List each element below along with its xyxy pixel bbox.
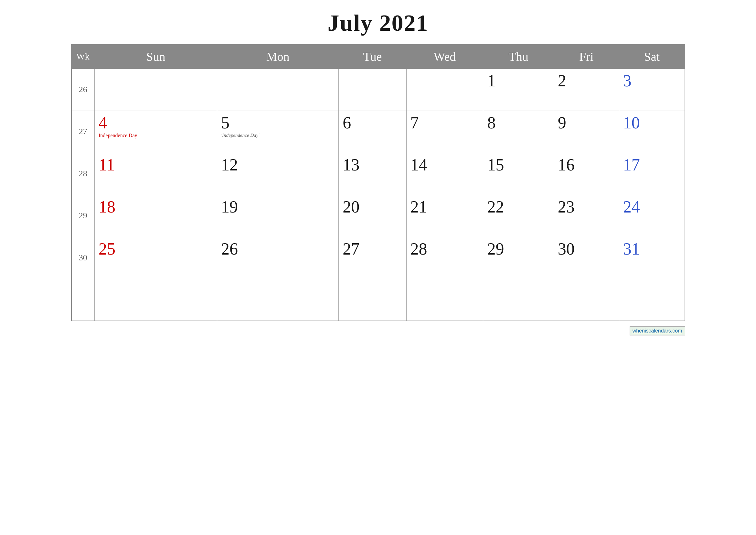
calendar-day-cell: 13 — [339, 153, 406, 195]
calendar-day-cell: 21 — [406, 195, 483, 237]
calendar-day-cell: 2 — [554, 69, 619, 111]
day-number: 15 — [487, 155, 550, 174]
day-number: 17 — [623, 155, 681, 174]
week-number: 30 — [71, 237, 95, 279]
day-number: 26 — [221, 240, 335, 258]
day-number: 27 — [343, 240, 402, 258]
calendar-day-cell: 15 — [483, 153, 554, 195]
page-title: July 2021 — [327, 10, 428, 37]
calendar-day-cell: 10 — [619, 111, 685, 153]
day-number: 13 — [343, 155, 402, 174]
day-number: 24 — [623, 198, 681, 216]
day-number: 20 — [343, 198, 402, 216]
day-number: 6 — [343, 114, 402, 132]
calendar-day-cell — [339, 69, 406, 111]
header-fri: Fri — [554, 44, 619, 69]
calendar-day-cell: 16 — [554, 153, 619, 195]
week-number: 27 — [71, 111, 95, 153]
calendar-day-cell — [406, 279, 483, 321]
calendar-row: 26 123 — [71, 69, 685, 111]
calendar-day-cell — [217, 69, 339, 111]
calendar-day-cell: 9 — [554, 111, 619, 153]
week-number — [71, 279, 95, 321]
calendar-day-cell: 22 — [483, 195, 554, 237]
calendar-day-cell: 7 — [406, 111, 483, 153]
header-sun: Sun — [95, 44, 217, 69]
calendar-wrapper: Wk Sun Mon Tue Wed Thu Fri Sat 26 123274… — [71, 44, 685, 321]
day-number: 2 — [558, 71, 615, 90]
calendar-row: 3025262728293031 — [71, 237, 685, 279]
week-number: 26 — [71, 69, 95, 111]
footer: wheniscalendars.com — [71, 326, 685, 335]
holiday-observed-label: 'Independence Day' — [221, 133, 335, 138]
day-number: 16 — [558, 155, 615, 174]
header-wk: Wk — [71, 44, 95, 69]
day-number: 10 — [623, 114, 681, 132]
calendar-day-cell: 23 — [554, 195, 619, 237]
calendar-day-cell — [95, 69, 217, 111]
calendar-day-cell — [406, 69, 483, 111]
week-number: 29 — [71, 195, 95, 237]
header-sat: Sat — [619, 44, 685, 69]
calendar-day-cell: 30 — [554, 237, 619, 279]
day-number: 18 — [98, 198, 213, 216]
calendar-day-cell — [95, 279, 217, 321]
day-number: 5 — [221, 114, 335, 132]
calendar-header-row: Wk Sun Mon Tue Wed Thu Fri Sat — [71, 44, 685, 69]
header-thu: Thu — [483, 44, 554, 69]
calendar-day-cell: 29 — [483, 237, 554, 279]
calendar-day-cell: 3 — [619, 69, 685, 111]
calendar-row — [71, 279, 685, 321]
calendar-day-cell: 17 — [619, 153, 685, 195]
calendar-day-cell: 18 — [95, 195, 217, 237]
calendar-day-cell — [217, 279, 339, 321]
calendar-day-cell: 25 — [95, 237, 217, 279]
calendar-day-cell: 14 — [406, 153, 483, 195]
calendar-day-cell: 6 — [339, 111, 406, 153]
day-number: 4 — [98, 114, 213, 132]
watermark-label: wheniscalendars.com — [630, 326, 685, 335]
calendar-day-cell: 27 — [339, 237, 406, 279]
calendar-row: 2918192021222324 — [71, 195, 685, 237]
day-number: 22 — [487, 198, 550, 216]
day-number: 8 — [487, 114, 550, 132]
calendar-day-cell: 8 — [483, 111, 554, 153]
week-number: 28 — [71, 153, 95, 195]
day-number: 11 — [98, 155, 213, 174]
calendar-day-cell: 12 — [217, 153, 339, 195]
holiday-label: Independence Day — [98, 133, 213, 138]
calendar-day-cell: 24 — [619, 195, 685, 237]
day-number: 9 — [558, 114, 615, 132]
day-number: 25 — [98, 240, 213, 258]
header-mon: Mon — [217, 44, 339, 69]
calendar-day-cell: 26 — [217, 237, 339, 279]
day-number: 1 — [487, 71, 550, 90]
calendar-day-cell: 4Independence Day — [95, 111, 217, 153]
calendar-day-cell: 20 — [339, 195, 406, 237]
day-number: 7 — [411, 114, 479, 132]
day-number: 3 — [623, 71, 681, 90]
day-number: 29 — [487, 240, 550, 258]
calendar-day-cell — [339, 279, 406, 321]
calendar-row: 274Independence Day5'Independence Day'67… — [71, 111, 685, 153]
day-number: 12 — [221, 155, 335, 174]
calendar-day-cell: 31 — [619, 237, 685, 279]
calendar-day-cell: 1 — [483, 69, 554, 111]
day-number: 14 — [411, 155, 479, 174]
day-number: 28 — [411, 240, 479, 258]
day-number: 23 — [558, 198, 615, 216]
calendar-day-cell: 5'Independence Day' — [217, 111, 339, 153]
day-number: 30 — [558, 240, 615, 258]
calendar-day-cell — [554, 279, 619, 321]
calendar-day-cell: 28 — [406, 237, 483, 279]
calendar-day-cell — [483, 279, 554, 321]
calendar-day-cell: 19 — [217, 195, 339, 237]
day-number: 31 — [623, 240, 681, 258]
day-number: 19 — [221, 198, 335, 216]
calendar-table: Wk Sun Mon Tue Wed Thu Fri Sat 26 123274… — [71, 44, 685, 321]
calendar-row: 2811121314151617 — [71, 153, 685, 195]
day-number: 21 — [411, 198, 479, 216]
header-wed: Wed — [406, 44, 483, 69]
header-tue: Tue — [339, 44, 406, 69]
calendar-day-cell — [619, 279, 685, 321]
